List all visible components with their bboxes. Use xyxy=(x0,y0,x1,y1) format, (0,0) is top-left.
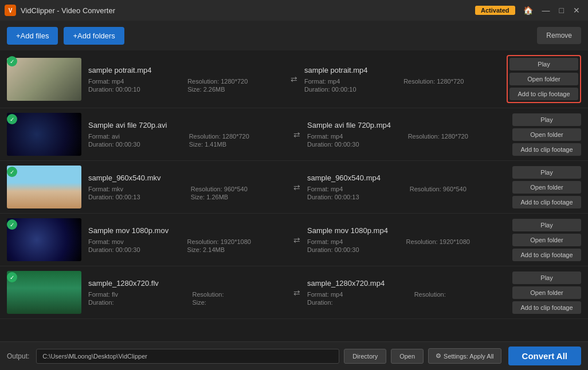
app-title: VidClipper - Video Converter xyxy=(21,6,475,15)
directory-button[interactable]: Directory xyxy=(344,349,386,364)
file-check-icon: ✓ xyxy=(7,272,17,282)
output-file-name: sample potrait.mp4 xyxy=(304,66,500,74)
file-check-icon: ✓ xyxy=(7,114,17,124)
table-row: ✓ sample_1280x720.flv Format: flv Resolu… xyxy=(0,266,588,319)
play-button[interactable]: Play xyxy=(512,166,581,179)
add-to-clip-button[interactable]: Add to clip footage xyxy=(512,301,581,314)
add-to-clip-button[interactable]: Add to clip footage xyxy=(509,88,578,100)
file-thumbnail xyxy=(7,218,81,261)
output-bar: Output: Directory Open Settings: Apply A… xyxy=(0,341,588,370)
file-name: sample_1280x720.flv xyxy=(88,279,287,288)
arrow-icon: ⇄ xyxy=(293,235,300,245)
add-to-clip-button[interactable]: Add to clip footage xyxy=(512,143,581,156)
file-check-icon: ✓ xyxy=(7,167,17,177)
close-button[interactable]: ✕ xyxy=(570,5,583,16)
open-folder-button[interactable]: Open folder xyxy=(512,128,581,141)
open-folder-button[interactable]: Open folder xyxy=(512,286,581,299)
open-folder-button[interactable]: Open folder xyxy=(509,73,578,85)
output-file-meta: Format: mp4 Resolution: 1920*1080 Durati… xyxy=(307,238,505,253)
file-info-left: sample_1280x720.flv Format: flv Resoluti… xyxy=(88,279,287,306)
activated-badge: Activated xyxy=(475,6,515,15)
table-row: ✓ Sample mov 1080p.mov Format: mov Resol… xyxy=(0,214,588,266)
file-info-right: Sample avi file 720p.mp4 Format: mp4 Res… xyxy=(307,121,505,148)
file-info-right: Sample mov 1080p.mp4 Format: mp4 Resolut… xyxy=(307,226,505,253)
file-actions: Play Open folder Add to clip footage xyxy=(507,55,581,103)
open-button[interactable]: Open xyxy=(391,349,424,364)
settings-button[interactable]: Settings: Apply All xyxy=(428,348,501,364)
add-to-clip-button[interactable]: Add to clip footage xyxy=(512,249,581,261)
arrow-icon: ⇄ xyxy=(293,288,300,297)
add-to-clip-button[interactable]: Add to clip footage xyxy=(512,196,581,208)
play-button[interactable]: Play xyxy=(512,271,581,284)
file-name: Sample mov 1080p.mov xyxy=(88,226,287,235)
play-button[interactable]: Play xyxy=(512,219,581,231)
arrow-icon: ⇄ xyxy=(293,130,300,139)
window-controls: 🏠 — □ ✕ xyxy=(520,5,583,16)
file-name: Sample avi file 720p.avi xyxy=(88,121,287,129)
table-row: ✓ sample_960x540.mkv Format: mkv Resolut… xyxy=(0,161,588,214)
output-file-meta: Format: mp4 Resolution: Duration: xyxy=(307,291,505,306)
convert-all-button[interactable]: Convert All xyxy=(508,347,581,365)
file-actions: Play Open folder Add to clip footage xyxy=(512,219,581,261)
home-button[interactable]: 🏠 xyxy=(520,5,536,16)
file-info-left: sample potrait.mp4 Format: mp4 Resolutio… xyxy=(88,66,284,93)
output-path-input[interactable] xyxy=(36,349,339,364)
file-meta: Format: mkv Resolution: 960*540 Duration… xyxy=(88,186,287,200)
gear-icon xyxy=(436,352,441,360)
output-file-meta: Format: mp4 Resolution: 1280*720 Duratio… xyxy=(307,133,505,148)
file-meta: Format: flv Resolution: Duration: Size: xyxy=(88,291,287,306)
file-list: ✓ sample potrait.mp4 Format: mp4 Resolut… xyxy=(0,50,588,341)
file-thumbnail xyxy=(7,58,81,101)
title-bar: V VidClipper - Video Converter Activated… xyxy=(0,0,588,21)
file-name: sample_960x540.mkv xyxy=(88,174,287,182)
file-thumbnail xyxy=(7,166,81,208)
add-folders-button[interactable]: +Add folders xyxy=(64,27,124,45)
play-button[interactable]: Play xyxy=(509,58,578,70)
file-meta: Format: mov Resolution: 1920*1080 Durati… xyxy=(88,238,287,253)
table-row: ✓ Sample avi file 720p.avi Format: avi R… xyxy=(0,108,588,161)
minimize-button[interactable]: — xyxy=(539,5,554,16)
file-check-icon: ✓ xyxy=(7,56,17,66)
play-button[interactable]: Play xyxy=(512,113,581,126)
output-file-meta: Format: mp4 Resolution: 1280*720 Duratio… xyxy=(304,78,500,93)
arrow-icon: ⇄ xyxy=(293,183,300,192)
add-files-button[interactable]: +Add files xyxy=(7,27,58,45)
output-label: Output: xyxy=(7,352,29,360)
file-meta: Format: avi Resolution: 1280*720 Duratio… xyxy=(88,133,287,148)
toolbar: +Add files +Add folders Remove xyxy=(0,21,588,50)
open-folder-button[interactable]: Open folder xyxy=(512,181,581,194)
file-name: sample potrait.mp4 xyxy=(88,66,284,74)
app-logo: V xyxy=(5,5,16,16)
file-thumbnail xyxy=(7,271,81,314)
maximize-button[interactable]: □ xyxy=(556,5,567,16)
file-info-right: sample_1280x720.mp4 Format: mp4 Resoluti… xyxy=(307,279,505,306)
arrow-icon: ⇄ xyxy=(291,74,297,84)
output-file-name: Sample mov 1080p.mp4 xyxy=(307,226,505,235)
file-check-icon: ✓ xyxy=(7,219,17,230)
file-info-left: Sample avi file 720p.avi Format: avi Res… xyxy=(88,121,287,148)
output-file-name: sample_1280x720.mp4 xyxy=(307,279,505,288)
file-actions: Play Open folder Add to clip footage xyxy=(512,113,581,156)
file-info-left: sample_960x540.mkv Format: mkv Resolutio… xyxy=(88,174,287,200)
output-file-meta: Format: mp4 Resolution: 960*540 Duration… xyxy=(307,186,505,200)
file-actions: Play Open folder Add to clip footage xyxy=(512,271,581,314)
output-file-name: sample_960x540.mp4 xyxy=(307,174,505,182)
file-info-right: sample_960x540.mp4 Format: mp4 Resolutio… xyxy=(307,174,505,200)
file-thumbnail xyxy=(7,113,81,156)
table-row: ✓ sample potrait.mp4 Format: mp4 Resolut… xyxy=(0,50,588,108)
file-info-right: sample potrait.mp4 Format: mp4 Resolutio… xyxy=(304,66,500,93)
file-info-left: Sample mov 1080p.mov Format: mov Resolut… xyxy=(88,226,287,253)
open-folder-button[interactable]: Open folder xyxy=(512,234,581,246)
file-actions: Play Open folder Add to clip footage xyxy=(512,166,581,208)
remove-button[interactable]: Remove xyxy=(537,27,581,44)
file-meta: Format: mp4 Resolution: 1280*720 Duratio… xyxy=(88,78,284,93)
output-file-name: Sample avi file 720p.mp4 xyxy=(307,121,505,129)
